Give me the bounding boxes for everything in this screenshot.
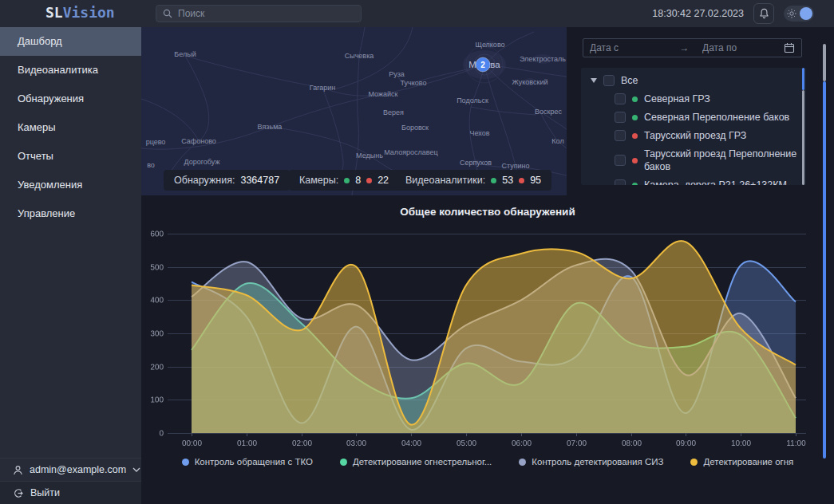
sun-icon	[787, 9, 796, 18]
analytics-offline-count: 95	[530, 175, 541, 186]
map-city-label: рцево	[146, 138, 166, 146]
tree-item-label[interactable]: Северная ГРЗ	[644, 93, 710, 105]
status-dot	[632, 183, 638, 186]
sidebar-item-dashboard[interactable]: Дашборд	[0, 27, 141, 56]
logout-button[interactable]: Выйти	[0, 481, 141, 504]
caret-down-icon[interactable]	[591, 78, 597, 83]
theme-toggle[interactable]	[784, 6, 814, 22]
tree-item: Тарусский проезд Переполнение баков	[591, 148, 798, 173]
cameras-offline-dot	[366, 178, 372, 183]
map-city-label: Белый	[174, 50, 196, 58]
legend-label: Контроль обращения с ТКО	[195, 457, 313, 467]
topbar: SLVision 18:30:42 27.02.2023	[0, 0, 834, 27]
date-to-input[interactable]	[702, 42, 779, 53]
tree-item-checkbox[interactable]	[615, 130, 626, 141]
toggle-knob	[800, 7, 812, 20]
search-input[interactable]	[178, 8, 354, 19]
date-from-input[interactable]	[590, 42, 666, 53]
sidebar-item-reports[interactable]: Отчеты	[0, 142, 141, 171]
logo-primary: SL	[45, 4, 63, 21]
detections-label: Обнаружния:	[174, 175, 235, 186]
sidebar-item-management[interactable]: Управление	[0, 199, 141, 228]
map-city-label: Вязьма	[258, 123, 283, 131]
sidebar: Дашборд Видеоаналитика Обнаружения Камер…	[0, 27, 141, 504]
sidebar-item-videoanalytics[interactable]: Видеоаналитика	[0, 56, 141, 85]
chart-legend: Контроль обращения с ТКОДетектирование о…	[148, 457, 828, 467]
chevron-down-icon[interactable]	[132, 467, 140, 472]
marker-count: 2	[480, 61, 485, 69]
page-scrollbar-thumb[interactable]	[823, 44, 826, 81]
tree-item-label[interactable]: Камера, дорога Р21 26+132КМ	[644, 179, 787, 185]
map-city-label: Руза	[389, 70, 405, 78]
chart-title: Общее количество обнаружений	[148, 206, 828, 218]
main-content: БелыйСычевкаЩелковоЭлектростальМоскваЖук…	[141, 27, 834, 504]
topbar-right: 18:30:42 27.02.2023	[652, 0, 814, 27]
legend-label: Контроль детектирования СИЗ	[532, 457, 663, 467]
tree-item-label[interactable]: Тарусский проезд Переполнение баков	[644, 148, 798, 173]
map-city-label: Тучково	[401, 79, 427, 87]
sidebar-item-notifications[interactable]: Уведомления	[0, 171, 141, 199]
tree-item: Камера, дорога Р21 26+132КМ	[591, 179, 798, 185]
user-icon	[13, 465, 23, 475]
analytics-stat-chip: Видеоаналитики: 53 95	[395, 170, 551, 191]
map-view[interactable]: БелыйСычевкаЩелковоЭлектростальМоскваЖук…	[141, 27, 567, 195]
legend-label: Детектирование огня	[703, 457, 793, 467]
legend-item[interactable]: Детектирование огнестрельног...	[340, 457, 492, 467]
map-city-label: Кол	[551, 137, 563, 145]
map-city-label: Малоярославец	[384, 148, 437, 156]
search-icon	[163, 9, 172, 18]
cameras-label: Камеры:	[299, 175, 338, 186]
detections-chart-section: Общее количество обнаружений Контроль об…	[148, 206, 828, 467]
detections-value: 3364787	[240, 175, 279, 186]
map-city-label: Жуковский	[512, 78, 548, 86]
tree-scrollbar[interactable]	[802, 68, 804, 90]
tree-item: Северная ГРЗ	[591, 93, 798, 105]
calendar-icon[interactable]	[784, 42, 795, 53]
legend-item[interactable]: Контроль обращения с ТКО	[182, 457, 313, 467]
tree-root-row: Все	[591, 74, 798, 87]
logout-icon	[13, 488, 23, 498]
app-window: SLVision 18:30:42 27.02.2023 Дашбор	[0, 0, 834, 504]
sidebar-footer: admin@example.com Выйти	[0, 458, 141, 504]
app-logo: SLVision	[45, 4, 115, 21]
tree-item-label[interactable]: Тарусский проезд ГРЗ	[644, 129, 746, 142]
map-stats-overlay: Обнаружния: 3364787 Камеры: 8 22 Видеоан…	[141, 165, 567, 195]
bell-icon	[759, 8, 769, 19]
datetime-display: 18:30:42 27.02.2023	[652, 8, 744, 19]
map-city-label: Можайск	[369, 90, 398, 98]
sidebar-item-detections[interactable]: Обнаружения	[0, 85, 141, 113]
tree-item-checkbox[interactable]	[615, 93, 626, 104]
logo-secondary: Vision	[63, 4, 115, 21]
map-city-label: Сафоново	[181, 137, 216, 145]
map-city-label: Медынь	[356, 152, 383, 159]
tree-root-checkbox[interactable]	[603, 75, 615, 86]
tree-item-checkbox[interactable]	[615, 155, 626, 166]
legend-dot-icon	[340, 459, 347, 466]
map-city-label: Боровск	[401, 124, 429, 132]
legend-item[interactable]: Детектирование огня	[690, 457, 793, 467]
map-city-label: Сычевка	[345, 52, 374, 60]
camera-tree: Все Северная ГРЗ Северная Переполнение б…	[581, 68, 806, 185]
tree-item-checkbox[interactable]	[615, 179, 626, 185]
tree-root-label[interactable]: Все	[621, 74, 638, 87]
map-city-label: Электросталь	[520, 55, 566, 63]
cameras-offline-count: 22	[377, 175, 389, 186]
legend-item[interactable]: Контроль детектирования СИЗ	[519, 457, 663, 467]
map-city-label: Чехов	[470, 129, 490, 137]
tree-scrollbar-track[interactable]	[802, 90, 804, 185]
user-menu[interactable]: admin@example.com	[0, 458, 141, 481]
status-dot	[632, 96, 638, 102]
notifications-button[interactable]	[753, 3, 774, 24]
legend-dot-icon	[690, 459, 698, 466]
tree-item-checkbox[interactable]	[615, 112, 626, 123]
detections-area-chart	[148, 226, 828, 451]
filter-panel: → Все Северная ГРЗ	[567, 27, 834, 195]
map-city-label: Щелково	[475, 41, 504, 49]
tree-item-label[interactable]: Северная Переполнение баков	[644, 111, 789, 124]
sidebar-item-cameras[interactable]: Камеры	[0, 113, 141, 142]
map-city-label: Гагарин	[310, 84, 335, 92]
status-dot	[632, 115, 638, 120]
date-range-picker: →	[583, 38, 802, 57]
cameras-online-dot	[344, 178, 350, 183]
legend-label: Детектирование огнестрельног...	[353, 457, 492, 467]
